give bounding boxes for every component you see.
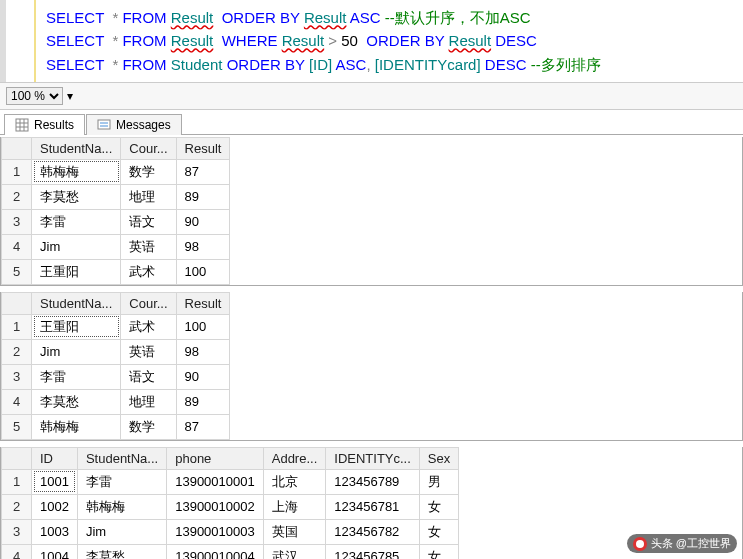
table-row[interactable]: 41004李莫愁13900010004武汉123456785女 [2, 544, 459, 559]
row-number[interactable]: 4 [2, 544, 32, 559]
result-grid-1[interactable]: StudentNa...Cour...Result1韩梅梅数学872李莫愁地理8… [0, 137, 743, 286]
column-header[interactable]: StudentNa... [77, 447, 166, 469]
cell[interactable]: 女 [419, 494, 458, 519]
sql-line[interactable]: SELECT * FROM Result ORDER BY Result ASC… [46, 6, 733, 29]
table-row[interactable]: 3李雷语文90 [2, 364, 230, 389]
table-row[interactable]: 4李莫愁地理89 [2, 389, 230, 414]
cell[interactable]: 英语 [121, 234, 176, 259]
result-grid-2[interactable]: StudentNa...Cour...Result1王重阳武术1002Jim英语… [0, 292, 743, 441]
cell[interactable]: 北京 [263, 469, 326, 494]
row-number[interactable]: 1 [2, 159, 32, 184]
table-row[interactable]: 1韩梅梅数学87 [2, 159, 230, 184]
cell[interactable]: 89 [176, 389, 230, 414]
row-number[interactable]: 4 [2, 389, 32, 414]
row-number[interactable]: 2 [2, 184, 32, 209]
cell[interactable]: 13900010004 [167, 544, 264, 559]
row-number[interactable]: 2 [2, 339, 32, 364]
table-row[interactable]: 2李莫愁地理89 [2, 184, 230, 209]
cell[interactable]: 89 [176, 184, 230, 209]
cell[interactable]: 王重阳 [32, 259, 121, 284]
cell[interactable]: 武术 [121, 259, 176, 284]
cell[interactable]: 男 [419, 469, 458, 494]
cell[interactable]: 13900010003 [167, 519, 264, 544]
cell[interactable]: 李莫愁 [77, 544, 166, 559]
cell[interactable]: 1002 [32, 494, 78, 519]
column-header[interactable]: phone [167, 447, 264, 469]
table-row[interactable]: 5王重阳武术100 [2, 259, 230, 284]
row-number[interactable]: 1 [2, 314, 32, 339]
cell[interactable]: 英语 [121, 339, 176, 364]
cell[interactable]: 武术 [121, 314, 176, 339]
cell[interactable]: Jim [77, 519, 166, 544]
cell[interactable]: 韩梅梅 [32, 159, 121, 184]
cell[interactable]: 98 [176, 234, 230, 259]
sql-editor[interactable]: SELECT * FROM Result ORDER BY Result ASC… [0, 0, 743, 82]
table-row[interactable]: 1王重阳武术100 [2, 314, 230, 339]
cell[interactable]: 地理 [121, 389, 176, 414]
cell[interactable]: 123456782 [326, 519, 420, 544]
column-header[interactable]: Cour... [121, 137, 176, 159]
column-header[interactable]: StudentNa... [32, 292, 121, 314]
cell[interactable]: 123456781 [326, 494, 420, 519]
cell[interactable]: 98 [176, 339, 230, 364]
table-row[interactable]: 2Jim英语98 [2, 339, 230, 364]
cell[interactable]: 李莫愁 [32, 389, 121, 414]
row-number[interactable]: 2 [2, 494, 32, 519]
tab-results[interactable]: Results [4, 114, 85, 135]
cell[interactable]: 1004 [32, 544, 78, 559]
cell[interactable]: 李雷 [77, 469, 166, 494]
tab-messages[interactable]: Messages [86, 114, 182, 135]
cell[interactable]: 武汉 [263, 544, 326, 559]
table-row[interactable]: 21002韩梅梅13900010002上海123456781女 [2, 494, 459, 519]
cell[interactable]: Jim [32, 339, 121, 364]
cell[interactable]: 90 [176, 364, 230, 389]
row-number[interactable]: 3 [2, 364, 32, 389]
sql-line[interactable]: SELECT * FROM Result WHERE Result > 50 O… [46, 29, 733, 52]
sql-line[interactable]: SELECT * FROM Student ORDER BY [ID] ASC,… [46, 53, 733, 76]
cell[interactable]: 地理 [121, 184, 176, 209]
row-number[interactable]: 4 [2, 234, 32, 259]
table-row[interactable]: 3李雷语文90 [2, 209, 230, 234]
cell[interactable]: 87 [176, 414, 230, 439]
row-number[interactable]: 5 [2, 259, 32, 284]
cell[interactable]: 语文 [121, 364, 176, 389]
cell[interactable]: 女 [419, 544, 458, 559]
cell[interactable]: 100 [176, 314, 230, 339]
column-header[interactable]: IDENTITYc... [326, 447, 420, 469]
cell[interactable]: 语文 [121, 209, 176, 234]
column-header[interactable]: Result [176, 292, 230, 314]
column-header[interactable]: StudentNa... [32, 137, 121, 159]
row-number[interactable]: 3 [2, 519, 32, 544]
cell[interactable]: 女 [419, 519, 458, 544]
table-row[interactable]: 4Jim英语98 [2, 234, 230, 259]
cell[interactable]: 上海 [263, 494, 326, 519]
column-header[interactable]: Result [176, 137, 230, 159]
cell[interactable]: 王重阳 [32, 314, 121, 339]
table-row[interactable]: 5韩梅梅数学87 [2, 414, 230, 439]
column-header[interactable]: Cour... [121, 292, 176, 314]
column-header[interactable]: Addre... [263, 447, 326, 469]
cell[interactable]: 韩梅梅 [32, 414, 121, 439]
column-header[interactable]: ID [32, 447, 78, 469]
zoom-select[interactable]: 100 % [6, 87, 63, 105]
cell[interactable]: 李雷 [32, 209, 121, 234]
cell[interactable]: 87 [176, 159, 230, 184]
cell[interactable]: 123456789 [326, 469, 420, 494]
cell[interactable]: Jim [32, 234, 121, 259]
column-header[interactable]: Sex [419, 447, 458, 469]
table-row[interactable]: 11001李雷13900010001北京123456789男 [2, 469, 459, 494]
cell[interactable]: 数学 [121, 159, 176, 184]
cell[interactable]: 韩梅梅 [77, 494, 166, 519]
cell[interactable]: 100 [176, 259, 230, 284]
row-number[interactable]: 5 [2, 414, 32, 439]
cell[interactable]: 13900010002 [167, 494, 264, 519]
cell[interactable]: 李莫愁 [32, 184, 121, 209]
cell[interactable]: 英国 [263, 519, 326, 544]
table-row[interactable]: 31003Jim13900010003英国123456782女 [2, 519, 459, 544]
cell[interactable]: 13900010001 [167, 469, 264, 494]
row-number[interactable]: 3 [2, 209, 32, 234]
cell[interactable]: 数学 [121, 414, 176, 439]
row-number[interactable]: 1 [2, 469, 32, 494]
cell[interactable]: 90 [176, 209, 230, 234]
cell[interactable]: 李雷 [32, 364, 121, 389]
